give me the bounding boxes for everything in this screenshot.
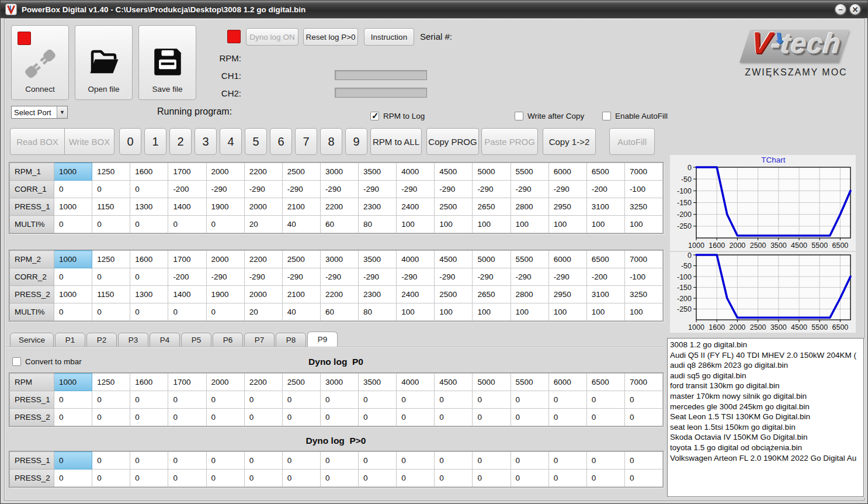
table-cell[interactable]: 0 [244,409,282,426]
table-cell[interactable]: 80 [359,303,397,321]
table-cell[interactable]: 7000 [624,163,662,181]
table-cell[interactable]: 0 [168,391,206,409]
file-list-item[interactable]: audi sq5 go digital.bin [670,371,863,381]
file-list-item[interactable]: Skoda Octavia IV 150KM Go Digital.bin [670,432,863,443]
select-port-dropdown[interactable]: Select Port ▼ [11,106,68,119]
tab-p7[interactable]: P7 [244,333,275,347]
table-cell[interactable]: 0 [586,452,624,470]
digit-button-0[interactable]: 0 [119,128,141,155]
table-cell[interactable]: -100 [624,268,662,286]
table-cell[interactable]: 0 [586,409,624,426]
table-cell[interactable]: 0 [54,216,92,233]
table-cell[interactable]: -290 [511,181,548,198]
table-cell[interactable]: -290 [282,268,320,286]
table-cell[interactable]: 0 [282,470,320,487]
table-cell[interactable]: 100 [624,303,662,321]
table-cell[interactable]: 2200 [244,374,282,391]
table-cell[interactable]: -290 [435,181,473,198]
table-cell[interactable]: 2400 [397,286,435,303]
table-cell[interactable]: 2000 [244,286,282,303]
table-cell[interactable]: 4000 [397,163,435,181]
table-cell[interactable]: 3500 [359,163,397,181]
table-cell[interactable]: 0 [624,452,662,470]
table-cell[interactable]: 0 [397,409,435,426]
table-cell[interactable]: 0 [130,409,168,426]
table-cell[interactable]: 0 [92,452,130,470]
table-cell[interactable]: 5500 [511,163,548,181]
table-cell[interactable]: 0 [624,470,662,487]
copy-prog-button[interactable]: Copy PROG [426,128,479,155]
table-cell[interactable]: 6000 [548,374,586,391]
table-cell[interactable]: 2100 [282,198,320,216]
digit-button-7[interactable]: 7 [295,128,317,155]
table-cell[interactable]: 6000 [548,163,586,181]
table-cell[interactable]: 3000 [320,251,358,268]
table-cell[interactable]: 2500 [282,251,320,268]
digit-button-1[interactable]: 1 [144,128,166,155]
table-cell[interactable]: 2000 [206,374,244,391]
table-cell[interactable]: 2500 [435,198,473,216]
table-cell[interactable]: 1600 [130,163,168,181]
table-cell[interactable]: 6500 [586,374,624,391]
table-cell[interactable]: -290 [282,181,320,198]
table-cell[interactable]: 0 [168,216,206,233]
table-cell[interactable]: 1700 [168,163,206,181]
table-cell[interactable]: 5500 [511,374,548,391]
table-cell[interactable]: 2200 [244,251,282,268]
table-cell[interactable]: 100 [586,216,624,233]
file-list-item[interactable]: seat leon 1.5tsi 150km go digital.bin [670,422,863,433]
instruction-button[interactable]: Instruction [364,28,414,46]
table-cell[interactable]: 0 [624,391,662,409]
table-cell[interactable]: -290 [397,181,435,198]
table-cell[interactable]: 0 [624,409,662,426]
table-cell[interactable]: 3500 [359,374,397,391]
enable-autofill-checkbox[interactable]: Enable AutoFill [602,112,668,120]
table-cell[interactable]: 100 [473,216,511,233]
table-cell[interactable]: 2500 [282,374,320,391]
table-cell[interactable]: -290 [548,181,586,198]
table-cell[interactable]: 0 [397,391,435,409]
digit-button-8[interactable]: 8 [320,128,342,155]
table-cell[interactable]: 2800 [511,286,548,303]
table-cell[interactable]: 100 [435,216,473,233]
write-after-copy-checkbox[interactable]: Write after Copy [515,112,584,120]
table-cell[interactable]: -290 [473,268,511,286]
table-cell[interactable]: 0 [92,470,130,487]
table-cell[interactable]: 0 [130,216,168,233]
table-cell[interactable]: 1000 [54,286,92,303]
table-cell[interactable]: 0 [548,391,586,409]
autofill-button[interactable]: AutoFill [609,128,655,155]
table-cell[interactable]: 1000 [54,198,92,216]
table-cell[interactable]: 0 [435,452,473,470]
table-cell[interactable]: -290 [206,268,244,286]
table-cell[interactable]: 2200 [320,198,358,216]
table-cell[interactable]: 1600 [130,251,168,268]
table-cell[interactable]: -200 [168,181,206,198]
table-cell[interactable]: 20 [244,303,282,321]
table-cell[interactable]: 0 [206,470,244,487]
table-cell[interactable]: -200 [586,181,624,198]
paste-prog-button[interactable]: Paste PROG [481,128,538,155]
table-cell[interactable]: 100 [397,216,435,233]
table-cell[interactable]: -290 [511,268,548,286]
table-cell[interactable]: 0 [320,391,358,409]
table-cell[interactable]: 5000 [473,374,511,391]
rpm-to-all-button[interactable]: RPM to ALL [370,128,422,155]
table-cell[interactable]: 0 [54,470,92,487]
table-cell[interactable]: 1900 [206,286,244,303]
table-cell[interactable]: 2500 [282,163,320,181]
table-cell[interactable]: 3500 [359,251,397,268]
table-cell[interactable]: 0 [244,391,282,409]
table-cell[interactable]: 0 [206,216,244,233]
file-list-item[interactable]: Volkswagen Arteon FL 2.0 190KM 2022 Go D… [670,453,863,464]
table-cell[interactable]: 80 [359,216,397,233]
table-cell[interactable]: 1000 [54,163,92,181]
table-cell[interactable]: 100 [548,303,586,321]
file-list-item[interactable]: master 170km nowy silnik go digital.bin [670,391,863,402]
tab-p8[interactable]: P8 [276,333,306,347]
table-cell[interactable]: 1400 [168,198,206,216]
tab-service[interactable]: Service [10,333,54,347]
table-cell[interactable]: 0 [511,391,548,409]
table-cell[interactable]: 1900 [206,198,244,216]
file-list-item[interactable]: audi q8 286km 2023 go digital.bin [670,360,863,371]
